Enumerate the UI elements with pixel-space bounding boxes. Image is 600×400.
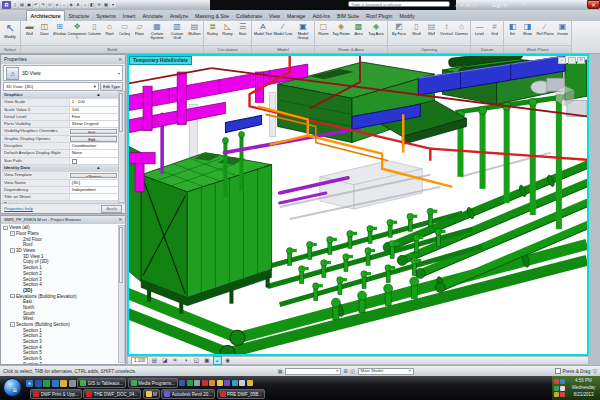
ribbon-button[interactable]: ◧ Set xyxy=(505,22,520,36)
ribbon-button[interactable]: ↕ Vertical xyxy=(439,22,454,36)
browser-scrollbar[interactable] xyxy=(118,225,125,363)
ribbon-tab[interactable]: Architecture xyxy=(26,10,65,21)
folder-icon[interactable] xyxy=(247,380,253,386)
type-dropdown[interactable]: 3D View: {3D} ▾ xyxy=(3,82,99,91)
expander-icon[interactable]: - xyxy=(10,248,15,253)
ribbon-button[interactable]: ▩ Area xyxy=(351,22,366,36)
ribbon-tab[interactable]: View xyxy=(266,11,284,21)
minimize-icon[interactable]: – xyxy=(558,57,566,64)
ie-icon[interactable]: e xyxy=(26,380,33,387)
undo-icon[interactable]: ↶ xyxy=(33,2,39,8)
expander-icon[interactable]: - xyxy=(10,322,15,327)
ribbon-button[interactable]: ▤ Mullion xyxy=(187,22,202,36)
checkbox-icon[interactable] xyxy=(555,368,561,374)
ribbon-button[interactable]: ⌂ Roof xyxy=(102,22,117,36)
app-menu-icon[interactable]: R xyxy=(2,1,11,9)
show-crop-icon[interactable]: ▣ xyxy=(202,356,211,365)
edit-type-button[interactable]: Edit Type xyxy=(100,82,123,91)
taskbar-window-button[interactable]: PRE DWF_05B... xyxy=(217,389,266,399)
properties-header[interactable]: Properties ✕ xyxy=(1,55,125,64)
reveal-hidden-icon[interactable]: ◉ xyxy=(223,356,232,365)
tray-icon[interactable] xyxy=(560,386,565,391)
property-row[interactable]: Visibility/Graphics Overrides Edit... xyxy=(2,128,118,135)
design-option-dropdown[interactable]: Main Model ▾ xyxy=(358,368,414,375)
ribbon-button[interactable]: ▣ Viewer xyxy=(555,22,570,36)
property-row[interactable]: Discipline Coordination xyxy=(2,143,118,150)
panel-label[interactable]: Build xyxy=(21,45,203,53)
design-options-icon[interactable]: ◫ xyxy=(350,367,355,375)
ribbon-button[interactable]: ≣ Railing xyxy=(205,22,220,36)
press-drag-toggle[interactable]: Press & Drag xyxy=(555,368,590,374)
property-row[interactable]: Identity Data ▲ xyxy=(2,165,118,172)
ribbon-button[interactable]: ▣ Model Group xyxy=(293,22,313,41)
app-icon[interactable] xyxy=(232,380,238,386)
app-icon-gray[interactable] xyxy=(69,380,76,387)
app-icon[interactable] xyxy=(187,380,193,386)
project-browser-header[interactable]: SMR_PF_RNKN.M.rvt - Project Browser ✕ xyxy=(1,216,125,224)
ribbon-tab[interactable]: BIM Suite xyxy=(333,11,362,21)
app-icon[interactable] xyxy=(217,380,223,386)
ribbon-tab[interactable]: Roof Plugin xyxy=(363,11,396,21)
property-row[interactable]: Graphics ▲ xyxy=(2,92,118,99)
tray-icon[interactable] xyxy=(554,392,559,397)
app-icon[interactable] xyxy=(209,380,215,386)
restore-icon[interactable]: ▫ xyxy=(568,57,576,64)
tray-icon[interactable] xyxy=(554,386,559,391)
thin-lines-icon[interactable]: ≋ xyxy=(96,2,102,8)
taskbar-window-button[interactable]: GIS to Tableaus... xyxy=(77,378,126,388)
ribbon-button[interactable]: ∕ Model Line xyxy=(273,22,293,36)
sun-path-icon[interactable]: ☀ xyxy=(171,356,180,365)
panel-label[interactable]: Datum xyxy=(471,45,503,53)
property-row[interactable]: Title on Sheet xyxy=(2,194,118,201)
ribbon-button[interactable]: ↖ Modify xyxy=(1,22,19,39)
properties-scrollbar[interactable] xyxy=(118,91,125,203)
property-row[interactable]: View Name {3D} xyxy=(2,180,118,187)
taskbar-window-button[interactable]: M xyxy=(143,389,160,399)
property-row[interactable]: Parts Visibility Show Original xyxy=(2,121,118,128)
ribbon-button[interactable]: ◈ Tag Room xyxy=(331,22,351,36)
ribbon-tab[interactable]: Collaborate xyxy=(232,11,265,21)
taskbar-window-button[interactable]: THE DWF_DOC_04... xyxy=(83,389,141,399)
ribbon-button[interactable]: ◨ Show xyxy=(520,22,535,36)
ribbon-button[interactable]: ▬ Wall xyxy=(22,22,37,36)
temporary-hide-isolate-icon[interactable]: ◒ xyxy=(213,356,222,365)
detail-level-icon[interactable]: ▤ xyxy=(150,356,159,365)
customize-qat-icon[interactable]: ▾ xyxy=(110,2,116,8)
search-input[interactable] xyxy=(348,1,450,7)
taskbar-window-button[interactable]: Media Programs... xyxy=(128,378,178,388)
app-icon[interactable] xyxy=(179,380,185,386)
new-icon[interactable]: ▯ xyxy=(12,2,18,8)
window-close-button[interactable]: ✕ xyxy=(587,0,600,9)
open-icon[interactable]: ▤ xyxy=(19,2,25,8)
property-row[interactable]: View Template <None> xyxy=(2,172,118,179)
close-icon[interactable]: ✕ xyxy=(118,216,122,224)
ribbon-tab[interactable]: Analyze xyxy=(166,11,191,21)
section-icon[interactable]: ◧ xyxy=(89,2,95,8)
ribbon-button[interactable]: ▱ Floor xyxy=(132,22,147,36)
ribbon-button[interactable]: ▥ Curtain Grid xyxy=(167,22,187,41)
app-icon[interactable] xyxy=(194,380,200,386)
ribbon-button[interactable]: ❖ Component xyxy=(67,22,87,41)
expander-icon[interactable]: - xyxy=(3,226,8,231)
ribbon-button[interactable]: ▯ Shaft xyxy=(409,22,424,36)
expander-icon[interactable]: - xyxy=(10,294,15,299)
ribbon-button[interactable]: ▢ Room xyxy=(316,22,331,36)
ribbon-button[interactable]: # Grid xyxy=(487,22,502,36)
ribbon-button[interactable]: — Level xyxy=(472,22,487,36)
ribbon-button[interactable]: ◈ Tag Area xyxy=(366,22,386,36)
print-icon[interactable]: ⎚ xyxy=(47,2,53,8)
property-row[interactable]: Scale Value 1: 100 xyxy=(2,107,118,114)
ribbon-button[interactable]: ▦ Curtain System xyxy=(147,22,167,41)
workset-dropdown[interactable]: ▾ xyxy=(285,368,341,375)
properties-help-link[interactable]: Properties help xyxy=(4,206,33,211)
panel-label[interactable]: Room & Area xyxy=(315,45,387,53)
tray-icon[interactable] xyxy=(560,379,565,384)
measure-icon[interactable]: ⌀ xyxy=(54,2,60,8)
scale-control[interactable]: 1:100 xyxy=(131,357,148,365)
close-icon[interactable]: ✕ xyxy=(118,55,122,64)
ribbon-button[interactable]: ▭ Ceiling xyxy=(117,22,132,36)
text-icon[interactable]: A xyxy=(75,2,81,8)
plant-model-3d[interactable] xyxy=(129,56,587,354)
ribbon-button[interactable]: ⌂ Dormer xyxy=(454,22,469,36)
tag-icon[interactable]: ◈ xyxy=(68,2,74,8)
